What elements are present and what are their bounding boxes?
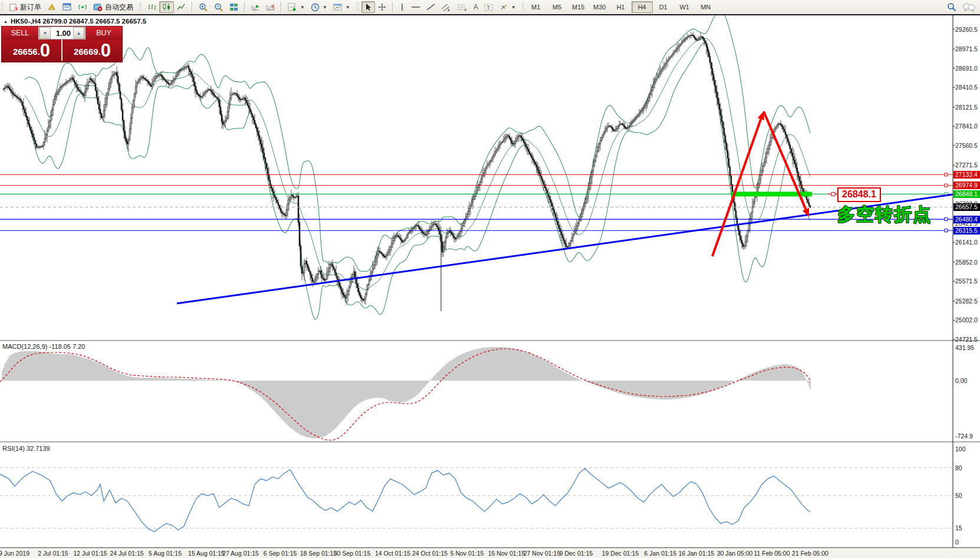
timeframe-d1[interactable]: D1	[653, 1, 674, 13]
level-handle[interactable]	[945, 184, 948, 187]
price-axis-tick-label: 28121.5	[955, 104, 980, 111]
time-axis-label: 9 Dec 01:15	[560, 550, 593, 557]
price-axis-tick-label: 25282.5	[955, 298, 980, 305]
terminal-window-icon	[63, 3, 72, 11]
macd-axis-label: -724.9	[955, 432, 980, 440]
price-axis-badge-26315.5: 26315.5	[953, 227, 980, 235]
crosshair-tool-button[interactable]	[375, 1, 389, 13]
timeframe-m30[interactable]: M30	[589, 1, 610, 13]
chart-canvas[interactable]	[0, 0, 980, 558]
price-axis-tick-label: 25002.0	[955, 316, 980, 323]
bollinger-upper-band	[25, 11, 810, 272]
text-tool[interactable]: A	[471, 1, 481, 13]
price-axis-tick-label: 25571.5	[955, 278, 980, 285]
price-axis-badge-26974.9: 26974.9	[953, 181, 980, 189]
zoom-in-icon	[199, 3, 208, 12]
templates-button[interactable]: ▼	[330, 1, 353, 13]
autotrading-button[interactable]: 自动交易	[90, 1, 136, 14]
equidistant-channel-icon: E	[441, 3, 451, 12]
vertical-line-tool[interactable]	[396, 1, 408, 13]
level-handle[interactable]	[945, 173, 948, 176]
price-axis-tick-label: 29260.5	[955, 26, 980, 33]
price-axis-tick-label: 28410.5	[955, 84, 980, 91]
time-axis-label: 15 Nov 01:15	[488, 550, 525, 557]
symbol-collapse-icon[interactable]: ▲	[4, 19, 8, 24]
svg-text:F: F	[465, 8, 467, 12]
indicators-button[interactable]: ▼	[285, 1, 308, 13]
arrows-tool[interactable]: ▼	[496, 1, 519, 13]
svg-text:E: E	[448, 8, 450, 12]
price-tag-anchor[interactable]	[831, 192, 835, 196]
tile-windows-button[interactable]	[226, 1, 241, 13]
sell-button[interactable]: SELL	[2, 27, 39, 39]
price-axis-tick-label: 24721.5	[955, 336, 980, 343]
price-axis-tick-label: 28971.5	[955, 45, 980, 52]
auto-scroll-button[interactable]	[248, 1, 263, 13]
candlestick-chart-button[interactable]	[159, 1, 174, 13]
time-axis-label: 12 Jul 01:15	[73, 550, 107, 557]
time-axis-label: 19 Dec 01:15	[602, 550, 639, 557]
cursor-icon	[364, 3, 372, 11]
search-icon[interactable]	[947, 2, 956, 12]
volume-decrease-button[interactable]: ▼	[40, 27, 51, 39]
rsi-indicator-label: RSI(14) 32.7139	[2, 445, 50, 452]
macd-indicator-label: MACD(12,26,9) -118.05 7.20	[2, 343, 85, 350]
terminal-window-button[interactable]	[60, 1, 75, 13]
volume-input[interactable]	[51, 27, 73, 39]
price-axis-badge-26480.4: 26480.4	[953, 216, 980, 223]
fibonacci-icon: F	[457, 3, 468, 12]
toolbar-grip[interactable]	[1, 2, 4, 12]
zoom-out-button[interactable]	[211, 1, 226, 14]
time-axis-label: 30 Jan 05:00	[717, 550, 753, 557]
equidistant-channel-tool[interactable]: E	[438, 1, 454, 14]
arrows-caret[interactable]: ▼	[511, 5, 516, 10]
trendline-tool[interactable]	[423, 1, 438, 13]
timeframe-m5[interactable]: M5	[547, 1, 568, 13]
timeframe-h4[interactable]: H4	[632, 1, 653, 13]
tile-windows-icon	[229, 3, 238, 11]
horizontal-line-tool[interactable]	[408, 1, 423, 13]
sell-price[interactable]: 26656.0	[2, 39, 63, 61]
cn-text-annotation[interactable]: 多空转折点	[837, 203, 932, 227]
periods-button[interactable]: ▼	[308, 1, 330, 14]
timeframe-mn[interactable]: MN	[695, 1, 716, 13]
metaeditor-button[interactable]	[44, 1, 60, 13]
crosshair-icon	[378, 3, 386, 11]
text-label-tool[interactable]: T	[481, 1, 496, 14]
bar-chart-button[interactable]	[144, 1, 159, 13]
templates-caret[interactable]: ▼	[346, 5, 350, 10]
level-handle[interactable]	[945, 218, 948, 221]
buy-price[interactable]: 26669.0	[63, 39, 122, 61]
new-order-button[interactable]: 新订单	[6, 1, 44, 14]
timeframe-w1[interactable]: W1	[674, 1, 695, 13]
toolbar: 新订单 自动交易	[0, 0, 980, 15]
price-tag-annotation[interactable]: 26848.1	[837, 187, 881, 202]
timeframe-m15[interactable]: M15	[568, 1, 589, 13]
time-axis-label: 27 Aug 01:15	[222, 550, 259, 557]
candle-wicks	[4, 32, 810, 305]
chat-icon[interactable]	[962, 2, 975, 12]
fibonacci-tool[interactable]: F	[454, 1, 471, 14]
periods-caret[interactable]: ▼	[323, 5, 327, 10]
timeframe-m1[interactable]: M1	[525, 1, 547, 13]
indicators-caret[interactable]: ▼	[300, 5, 305, 10]
volume-increase-button[interactable]: ▲	[73, 27, 84, 39]
signals-button[interactable]	[75, 1, 90, 13]
time-axis-label: 15 Aug 01:15	[188, 550, 225, 557]
cursor-tool-button[interactable]	[361, 1, 375, 13]
trendline[interactable]	[177, 194, 953, 303]
time-axis-label: 24 Oct 01:15	[412, 550, 448, 557]
time-axis-label: 18 Sep 01:15	[300, 550, 337, 557]
chart-shift-icon	[266, 3, 275, 11]
line-chart-button[interactable]	[174, 1, 189, 13]
rsi-axis-label: 100	[955, 445, 980, 453]
zoom-in-button[interactable]	[196, 1, 211, 14]
chart-shift-button[interactable]	[263, 1, 278, 13]
time-axis-label: 16 Jan 01:15	[679, 550, 715, 557]
rsi-axis-label: 80	[955, 464, 980, 471]
buy-button[interactable]: BUY	[85, 27, 122, 39]
autotrading-icon	[93, 3, 103, 11]
timeframe-h1[interactable]: H1	[610, 1, 632, 13]
text-tool-icon: A	[473, 3, 478, 11]
level-handle[interactable]	[945, 229, 948, 232]
